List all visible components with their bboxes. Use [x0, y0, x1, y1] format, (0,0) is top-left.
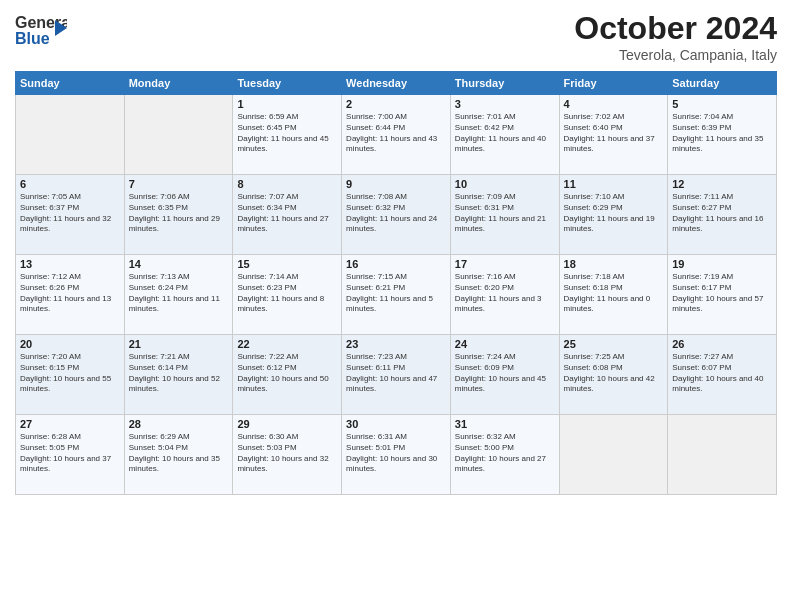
- table-row: 13Sunrise: 7:12 AM Sunset: 6:26 PM Dayli…: [16, 255, 125, 335]
- day-number: 11: [564, 178, 664, 190]
- cell-info: Sunrise: 7:08 AM Sunset: 6:32 PM Dayligh…: [346, 192, 446, 235]
- table-row: 19Sunrise: 7:19 AM Sunset: 6:17 PM Dayli…: [668, 255, 777, 335]
- cell-info: Sunrise: 7:25 AM Sunset: 6:08 PM Dayligh…: [564, 352, 664, 395]
- col-saturday: Saturday: [668, 72, 777, 95]
- table-row: 5Sunrise: 7:04 AM Sunset: 6:39 PM Daylig…: [668, 95, 777, 175]
- cell-info: Sunrise: 7:16 AM Sunset: 6:20 PM Dayligh…: [455, 272, 555, 315]
- table-row: 15Sunrise: 7:14 AM Sunset: 6:23 PM Dayli…: [233, 255, 342, 335]
- table-row: 25Sunrise: 7:25 AM Sunset: 6:08 PM Dayli…: [559, 335, 668, 415]
- day-number: 21: [129, 338, 229, 350]
- header: General Blue October 2024 Teverola, Camp…: [15, 10, 777, 63]
- logo: General Blue: [15, 10, 67, 56]
- cell-info: Sunrise: 7:06 AM Sunset: 6:35 PM Dayligh…: [129, 192, 229, 235]
- table-row: 7Sunrise: 7:06 AM Sunset: 6:35 PM Daylig…: [124, 175, 233, 255]
- calendar-week-row: 1Sunrise: 6:59 AM Sunset: 6:45 PM Daylig…: [16, 95, 777, 175]
- table-row: [124, 95, 233, 175]
- calendar-table: Sunday Monday Tuesday Wednesday Thursday…: [15, 71, 777, 495]
- table-row: 27Sunrise: 6:28 AM Sunset: 5:05 PM Dayli…: [16, 415, 125, 495]
- table-row: 10Sunrise: 7:09 AM Sunset: 6:31 PM Dayli…: [450, 175, 559, 255]
- table-row: 24Sunrise: 7:24 AM Sunset: 6:09 PM Dayli…: [450, 335, 559, 415]
- table-row: 12Sunrise: 7:11 AM Sunset: 6:27 PM Dayli…: [668, 175, 777, 255]
- table-row: [16, 95, 125, 175]
- cell-info: Sunrise: 7:24 AM Sunset: 6:09 PM Dayligh…: [455, 352, 555, 395]
- cell-info: Sunrise: 7:04 AM Sunset: 6:39 PM Dayligh…: [672, 112, 772, 155]
- table-row: 26Sunrise: 7:27 AM Sunset: 6:07 PM Dayli…: [668, 335, 777, 415]
- cell-info: Sunrise: 6:28 AM Sunset: 5:05 PM Dayligh…: [20, 432, 120, 475]
- table-row: 30Sunrise: 6:31 AM Sunset: 5:01 PM Dayli…: [342, 415, 451, 495]
- col-monday: Monday: [124, 72, 233, 95]
- cell-info: Sunrise: 7:27 AM Sunset: 6:07 PM Dayligh…: [672, 352, 772, 395]
- col-sunday: Sunday: [16, 72, 125, 95]
- cell-info: Sunrise: 7:07 AM Sunset: 6:34 PM Dayligh…: [237, 192, 337, 235]
- day-number: 15: [237, 258, 337, 270]
- table-row: 23Sunrise: 7:23 AM Sunset: 6:11 PM Dayli…: [342, 335, 451, 415]
- table-row: 31Sunrise: 6:32 AM Sunset: 5:00 PM Dayli…: [450, 415, 559, 495]
- day-number: 13: [20, 258, 120, 270]
- cell-info: Sunrise: 6:29 AM Sunset: 5:04 PM Dayligh…: [129, 432, 229, 475]
- day-number: 8: [237, 178, 337, 190]
- day-number: 3: [455, 98, 555, 110]
- day-number: 10: [455, 178, 555, 190]
- table-row: 21Sunrise: 7:21 AM Sunset: 6:14 PM Dayli…: [124, 335, 233, 415]
- calendar-week-row: 6Sunrise: 7:05 AM Sunset: 6:37 PM Daylig…: [16, 175, 777, 255]
- table-row: 8Sunrise: 7:07 AM Sunset: 6:34 PM Daylig…: [233, 175, 342, 255]
- day-number: 29: [237, 418, 337, 430]
- cell-info: Sunrise: 7:15 AM Sunset: 6:21 PM Dayligh…: [346, 272, 446, 315]
- table-row: [559, 415, 668, 495]
- cell-info: Sunrise: 7:20 AM Sunset: 6:15 PM Dayligh…: [20, 352, 120, 395]
- day-number: 16: [346, 258, 446, 270]
- day-number: 6: [20, 178, 120, 190]
- table-row: 16Sunrise: 7:15 AM Sunset: 6:21 PM Dayli…: [342, 255, 451, 335]
- table-row: 9Sunrise: 7:08 AM Sunset: 6:32 PM Daylig…: [342, 175, 451, 255]
- cell-info: Sunrise: 7:22 AM Sunset: 6:12 PM Dayligh…: [237, 352, 337, 395]
- cell-info: Sunrise: 7:09 AM Sunset: 6:31 PM Dayligh…: [455, 192, 555, 235]
- cell-info: Sunrise: 6:59 AM Sunset: 6:45 PM Dayligh…: [237, 112, 337, 155]
- calendar-week-row: 27Sunrise: 6:28 AM Sunset: 5:05 PM Dayli…: [16, 415, 777, 495]
- col-tuesday: Tuesday: [233, 72, 342, 95]
- day-number: 12: [672, 178, 772, 190]
- day-number: 30: [346, 418, 446, 430]
- table-row: 29Sunrise: 6:30 AM Sunset: 5:03 PM Dayli…: [233, 415, 342, 495]
- month-title: October 2024: [574, 10, 777, 47]
- cell-info: Sunrise: 6:31 AM Sunset: 5:01 PM Dayligh…: [346, 432, 446, 475]
- day-number: 1: [237, 98, 337, 110]
- table-row: 6Sunrise: 7:05 AM Sunset: 6:37 PM Daylig…: [16, 175, 125, 255]
- table-row: 17Sunrise: 7:16 AM Sunset: 6:20 PM Dayli…: [450, 255, 559, 335]
- col-thursday: Thursday: [450, 72, 559, 95]
- table-row: 1Sunrise: 6:59 AM Sunset: 6:45 PM Daylig…: [233, 95, 342, 175]
- calendar-week-row: 20Sunrise: 7:20 AM Sunset: 6:15 PM Dayli…: [16, 335, 777, 415]
- cell-info: Sunrise: 7:00 AM Sunset: 6:44 PM Dayligh…: [346, 112, 446, 155]
- cell-info: Sunrise: 7:02 AM Sunset: 6:40 PM Dayligh…: [564, 112, 664, 155]
- table-row: 14Sunrise: 7:13 AM Sunset: 6:24 PM Dayli…: [124, 255, 233, 335]
- calendar-header-row: Sunday Monday Tuesday Wednesday Thursday…: [16, 72, 777, 95]
- table-row: [668, 415, 777, 495]
- day-number: 14: [129, 258, 229, 270]
- day-number: 17: [455, 258, 555, 270]
- logo-icon: General Blue: [15, 10, 67, 56]
- cell-info: Sunrise: 7:13 AM Sunset: 6:24 PM Dayligh…: [129, 272, 229, 315]
- table-row: 2Sunrise: 7:00 AM Sunset: 6:44 PM Daylig…: [342, 95, 451, 175]
- cell-info: Sunrise: 7:19 AM Sunset: 6:17 PM Dayligh…: [672, 272, 772, 315]
- day-number: 28: [129, 418, 229, 430]
- col-friday: Friday: [559, 72, 668, 95]
- title-block: October 2024 Teverola, Campania, Italy: [574, 10, 777, 63]
- calendar-week-row: 13Sunrise: 7:12 AM Sunset: 6:26 PM Dayli…: [16, 255, 777, 335]
- day-number: 26: [672, 338, 772, 350]
- table-row: 4Sunrise: 7:02 AM Sunset: 6:40 PM Daylig…: [559, 95, 668, 175]
- cell-info: Sunrise: 7:12 AM Sunset: 6:26 PM Dayligh…: [20, 272, 120, 315]
- cell-info: Sunrise: 7:23 AM Sunset: 6:11 PM Dayligh…: [346, 352, 446, 395]
- table-row: 20Sunrise: 7:20 AM Sunset: 6:15 PM Dayli…: [16, 335, 125, 415]
- main-container: General Blue October 2024 Teverola, Camp…: [0, 0, 792, 505]
- cell-info: Sunrise: 7:21 AM Sunset: 6:14 PM Dayligh…: [129, 352, 229, 395]
- day-number: 9: [346, 178, 446, 190]
- day-number: 25: [564, 338, 664, 350]
- cell-info: Sunrise: 6:32 AM Sunset: 5:00 PM Dayligh…: [455, 432, 555, 475]
- col-wednesday: Wednesday: [342, 72, 451, 95]
- cell-info: Sunrise: 6:30 AM Sunset: 5:03 PM Dayligh…: [237, 432, 337, 475]
- cell-info: Sunrise: 7:18 AM Sunset: 6:18 PM Dayligh…: [564, 272, 664, 315]
- day-number: 22: [237, 338, 337, 350]
- table-row: 3Sunrise: 7:01 AM Sunset: 6:42 PM Daylig…: [450, 95, 559, 175]
- day-number: 5: [672, 98, 772, 110]
- cell-info: Sunrise: 7:11 AM Sunset: 6:27 PM Dayligh…: [672, 192, 772, 235]
- day-number: 7: [129, 178, 229, 190]
